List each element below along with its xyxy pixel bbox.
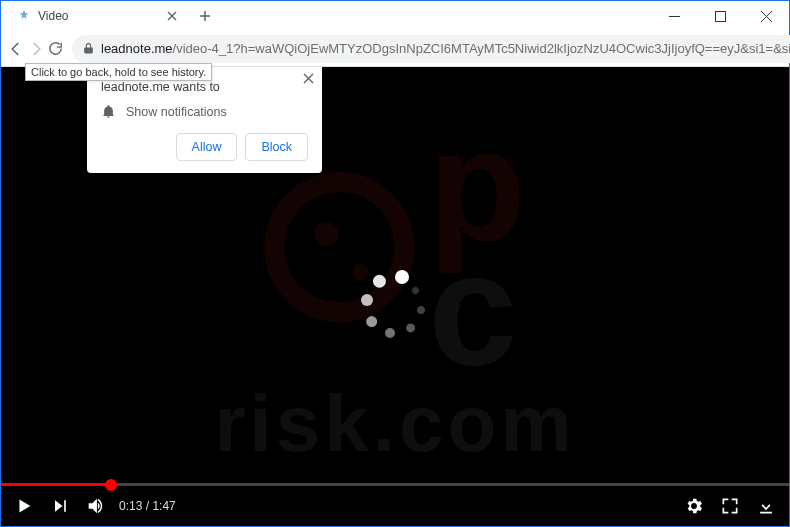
reload-button[interactable] (47, 34, 64, 64)
duration: 1:47 (152, 499, 175, 513)
allow-button[interactable]: Allow (176, 133, 238, 161)
video-controls: 0:13 / 1:47 (1, 486, 789, 526)
watermark-text: risk.com (214, 378, 575, 470)
page-content: pc risk.com leadnote.me wants to Show no… (1, 67, 789, 526)
tab-title: Video (38, 9, 165, 23)
back-button-tooltip: Click to go back, hold to see history. (25, 63, 212, 81)
browser-tab[interactable]: Video (7, 1, 187, 31)
window-maximize-button[interactable] (697, 1, 743, 31)
window-minimize-button[interactable] (651, 1, 697, 31)
window-titlebar: Video (1, 1, 789, 31)
tab-favicon (17, 9, 31, 23)
fullscreen-button[interactable] (717, 493, 743, 519)
play-button[interactable] (11, 493, 37, 519)
notification-permission-dialog: leadnote.me wants to Show notifications … (87, 67, 322, 173)
lock-icon (82, 42, 95, 55)
url-text: leadnote.me/video-4_1?h=waWQiOjEwMTYzODg… (101, 41, 790, 56)
dialog-title: leadnote.me wants to (101, 80, 308, 94)
back-button[interactable] (7, 34, 25, 64)
bell-icon (101, 104, 116, 119)
block-button[interactable]: Block (245, 133, 308, 161)
tab-close-button[interactable] (165, 9, 179, 23)
settings-button[interactable] (681, 493, 707, 519)
next-button[interactable] (47, 493, 73, 519)
forward-button[interactable] (27, 34, 45, 64)
current-time: 0:13 (119, 499, 142, 513)
dialog-close-button[interactable] (303, 73, 314, 84)
window-close-button[interactable] (743, 1, 789, 31)
address-bar[interactable]: leadnote.me/video-4_1?h=waWQiOjEwMTYzODg… (72, 35, 790, 63)
window-controls (651, 1, 789, 31)
video-time: 0:13 / 1:47 (119, 499, 176, 513)
new-tab-button[interactable] (191, 2, 219, 30)
permission-label: Show notifications (126, 105, 227, 119)
loading-spinner-icon (365, 276, 425, 336)
browser-toolbar: leadnote.me/video-4_1?h=waWQiOjEwMTYzODg… (1, 31, 789, 67)
svg-rect-0 (715, 11, 725, 21)
volume-button[interactable] (83, 493, 109, 519)
download-button[interactable] (753, 493, 779, 519)
